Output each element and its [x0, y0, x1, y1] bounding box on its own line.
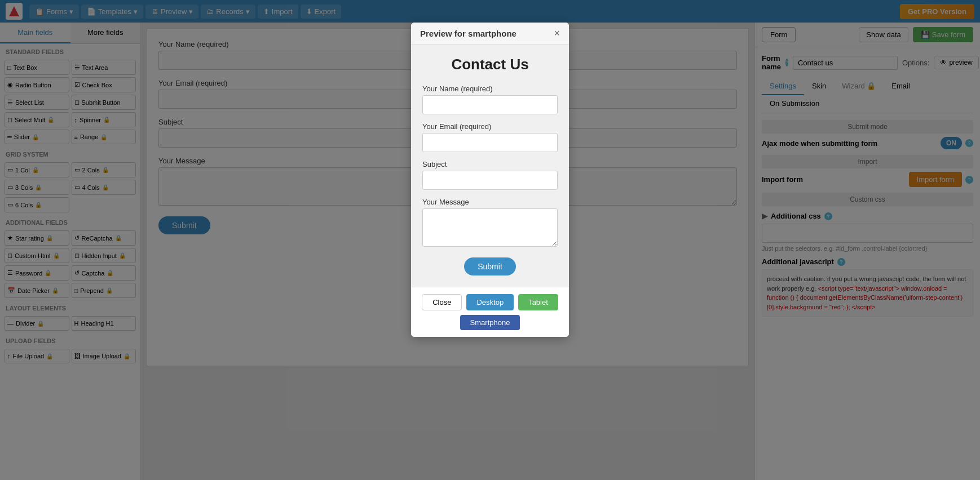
modal-label-3: Subject: [422, 160, 558, 168]
modal-input-2[interactable]: [422, 133, 558, 152]
modal-textarea-4[interactable]: [422, 208, 558, 247]
modal-tablet-button[interactable]: Tablet: [518, 294, 558, 310]
modal-submit-button[interactable]: Submit: [464, 257, 516, 275]
modal-header: Preview for smartphone ×: [411, 23, 569, 45]
modal-overlay[interactable]: Preview for smartphone × Contact Us Your…: [0, 0, 980, 480]
modal-smartphone-button[interactable]: Smartphone: [460, 315, 520, 330]
modal-field-3: Subject: [422, 160, 558, 190]
modal-footer: Close Desktop Tablet Smartphone: [411, 287, 569, 337]
modal-input-3[interactable]: [422, 171, 558, 190]
modal-label-2: Your Email (required): [422, 122, 558, 131]
modal-field-2: Your Email (required): [422, 122, 558, 152]
modal-form-title: Contact Us: [422, 56, 558, 73]
modal-desktop-button[interactable]: Desktop: [466, 294, 514, 310]
preview-modal: Preview for smartphone × Contact Us Your…: [411, 23, 569, 337]
modal-label-1: Your Name (required): [422, 85, 558, 93]
modal-field-1: Your Name (required): [422, 85, 558, 114]
modal-close-x-button[interactable]: ×: [554, 28, 560, 38]
modal-title: Preview for smartphone: [420, 29, 517, 38]
modal-field-4: Your Message: [422, 198, 558, 248]
modal-close-button[interactable]: Close: [422, 294, 462, 310]
modal-label-4: Your Message: [422, 198, 558, 206]
modal-input-1[interactable]: [422, 95, 558, 114]
modal-body: Contact Us Your Name (required) Your Ema…: [411, 45, 569, 287]
